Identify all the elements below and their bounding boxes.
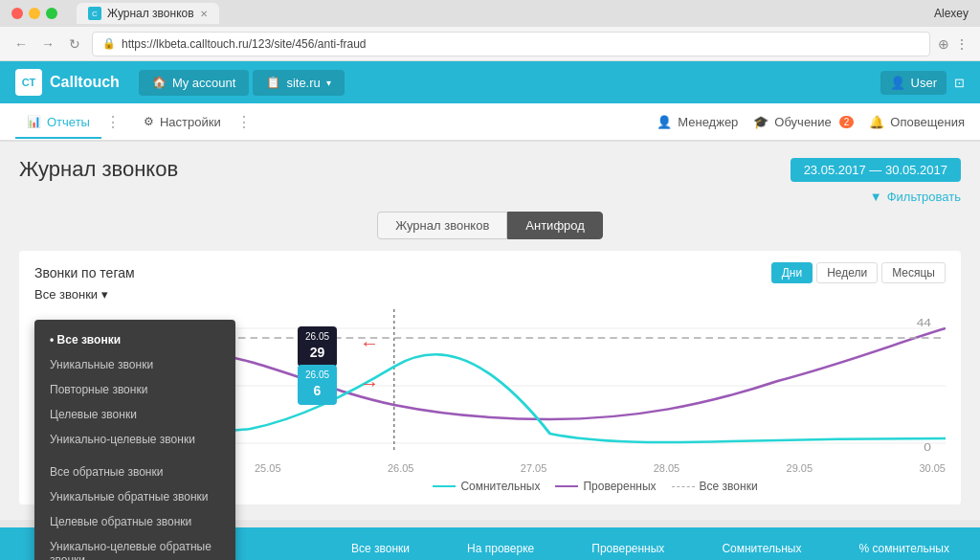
tab-switcher: Журнал звонков Антифрод	[19, 212, 961, 239]
secondary-nav: 📊 Отчеты ⋮ ⚙ Настройки ⋮ 👤 Менеджер 🎓 Об…	[0, 103, 980, 142]
browser-tab-area: C Журнал звонков ✕	[77, 3, 219, 24]
filter-button[interactable]: ▼ Фильтровать	[870, 190, 961, 204]
secondary-nav-right: 👤 Менеджер 🎓 Обучение 2 🔔 Оповещения	[657, 115, 965, 129]
dropdown-item-repeat-calls[interactable]: Повторные звонки	[34, 377, 235, 402]
back-button[interactable]: ←	[11, 34, 31, 54]
user-label: User	[911, 76, 937, 90]
user-button[interactable]: 👤 User	[880, 71, 947, 95]
dropdown-item-target-calls[interactable]: Целевые звонки	[34, 402, 235, 427]
all-calls-dropdown[interactable]: Все звонки ▾	[34, 287, 946, 302]
col-verified: Проверенных	[591, 542, 664, 555]
close-button[interactable]	[11, 8, 23, 19]
dropdown-item-unique-callback[interactable]: Уникальные обратные звонки	[34, 484, 235, 509]
arrow-right-icon: →	[360, 372, 379, 394]
extensions-icon[interactable]: ⊕	[938, 36, 949, 52]
legend-gray-line	[672, 486, 695, 487]
reports-icon: 📊	[27, 115, 41, 128]
nav-account-item[interactable]: 🏠 My account	[139, 70, 249, 96]
dropdown-item-all-calls[interactable]: • Все звонки	[34, 327, 235, 352]
title-bar: C Журнал звонков ✕ Alexey	[0, 0, 980, 27]
training-icon: 🎓	[753, 115, 768, 129]
logout-icon[interactable]: ⊡	[954, 76, 965, 90]
tab-favicon: C	[88, 7, 101, 20]
x-label-2505: 25.05	[255, 462, 281, 474]
manager-icon: 👤	[657, 115, 672, 129]
minimize-button[interactable]	[29, 8, 40, 19]
nav-settings-label: Настройки	[160, 115, 221, 129]
forward-button[interactable]: →	[38, 34, 57, 54]
chart-legend: Сомнительных Проверенных Все звонки	[245, 480, 946, 493]
dropdown-item-target-callback[interactable]: Целевые обратные звонки	[34, 509, 235, 534]
filter-label: Фильтровать	[887, 190, 961, 204]
header-right: 👤 User ⊡	[880, 71, 965, 95]
logo-label: Calltouch	[50, 74, 120, 91]
x-label-2805: 28.05	[654, 462, 680, 474]
legend-purple-line	[555, 485, 578, 487]
tooltip1-value: 29	[305, 344, 329, 363]
x-label-3005: 30.05	[919, 462, 946, 474]
browser-actions: ⊕ ⋮	[938, 36, 969, 52]
training-item[interactable]: 🎓 Обучение 2	[753, 115, 854, 129]
title-bar-user: Alexey	[934, 7, 969, 20]
x-label-2705: 27.05	[521, 462, 547, 474]
filter-row: ▼ Фильтровать	[19, 190, 961, 204]
nav-site-item[interactable]: 📋 site.ru ▾	[253, 70, 344, 96]
url-text: https://lkbeta.calltouch.ru/123/site/456…	[122, 37, 367, 51]
logo-area[interactable]: CT Calltouch	[15, 69, 120, 96]
tab-antifraud[interactable]: Антифрод	[507, 212, 603, 239]
dropdown-item-unique-target-callback[interactable]: Уникально-целевые обратные звонки	[34, 534, 235, 560]
date-range[interactable]: 23.05.2017 — 30.05.2017	[791, 158, 961, 182]
nav-reports-label: Отчеты	[47, 115, 90, 129]
training-badge: 2	[839, 116, 855, 128]
legend-all-calls: Все звонки	[672, 480, 758, 493]
tooltip2-value: 6	[305, 382, 329, 401]
time-days-button[interactable]: Дни	[771, 262, 813, 283]
dropdown-label: Все звонки	[34, 287, 98, 302]
time-months-button[interactable]: Месяцы	[881, 262, 946, 283]
tooltip-verified: 26.05 29	[298, 326, 337, 367]
tooltip2-date: 26.05	[305, 369, 329, 382]
nav-site-label: site.ru	[286, 76, 320, 90]
tooltip1-date: 26.05	[305, 330, 329, 344]
nav-account-label: My account	[172, 76, 235, 90]
manager-item[interactable]: 👤 Менеджер	[657, 115, 738, 129]
tab-journal[interactable]: Журнал звонков	[377, 212, 507, 239]
time-weeks-button[interactable]: Недели	[816, 262, 878, 283]
col-percent-suspicious: % сомнительных	[858, 542, 949, 555]
svg-text:0: 0	[924, 441, 931, 453]
reload-button[interactable]: ↻	[65, 34, 84, 54]
filter-icon: ▼	[870, 190, 882, 204]
header-nav: 🏠 My account 📋 site.ru ▾	[139, 70, 348, 96]
menu-icon[interactable]: ⋮	[955, 36, 969, 52]
legend-all-label: Все звонки	[700, 480, 758, 493]
dropdown-item-all-callback[interactable]: Все обратные звонки	[34, 459, 235, 484]
tab-close-button[interactable]: ✕	[200, 9, 208, 19]
tooltip-suspicious: 26.05 6	[298, 365, 337, 405]
dropdown-item-unique-calls[interactable]: Уникальные звонки	[34, 352, 235, 377]
logo-text: CT	[22, 77, 36, 88]
traffic-lights	[11, 8, 57, 19]
notifications-item[interactable]: 🔔 Оповещения	[869, 115, 965, 129]
address-bar[interactable]: 🔒 https://lkbeta.calltouch.ru/123/site/4…	[92, 32, 930, 56]
time-controls: Дни Недели Месяцы	[771, 262, 946, 283]
lock-icon: 🔒	[102, 37, 116, 50]
legend-cyan-line	[433, 485, 456, 487]
page-header: Журнал звонков 23.05.2017 — 30.05.2017	[19, 157, 961, 182]
user-icon: 👤	[890, 76, 905, 90]
legend-verified: Проверенных	[555, 480, 656, 493]
legend-suspicious-label: Сомнительных	[460, 480, 540, 493]
settings-more-icon[interactable]: ⋮	[233, 113, 256, 131]
notifications-label: Оповещения	[890, 115, 965, 129]
browser-tab[interactable]: C Журнал звонков ✕	[77, 3, 219, 24]
page-content: Журнал звонков 23.05.2017 — 30.05.2017 ▼…	[0, 142, 980, 520]
settings-icon: ⚙	[144, 115, 154, 128]
maximize-button[interactable]	[46, 8, 57, 19]
chart-title: Звонки по тегам	[34, 265, 135, 280]
chart-header: Звонки по тегам Дни Недели Месяцы	[34, 262, 946, 283]
reports-more-icon[interactable]: ⋮	[101, 113, 124, 131]
nav-settings[interactable]: ⚙ Настройки	[132, 107, 233, 137]
arrow-left-icon: ←	[360, 332, 379, 354]
nav-reports[interactable]: 📊 Отчеты	[15, 107, 101, 139]
browser-chrome: ← → ↻ 🔒 https://lkbeta.calltouch.ru/123/…	[0, 27, 980, 61]
dropdown-item-unique-target[interactable]: Уникально-целевые звонки	[34, 427, 235, 452]
